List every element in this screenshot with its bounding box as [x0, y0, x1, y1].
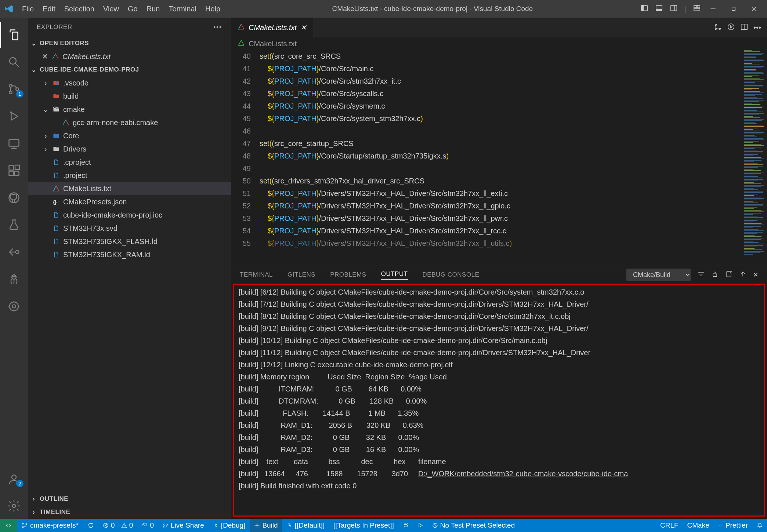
- panel-tab-problems[interactable]: PROBLEMS: [330, 271, 366, 278]
- menu-terminal[interactable]: Terminal: [164, 3, 201, 14]
- maximize-panel-icon[interactable]: [739, 270, 746, 280]
- folder-icon: [52, 145, 60, 153]
- code-editor[interactable]: 40414243444546474849505152535455 set((sr…: [231, 50, 741, 266]
- tree-item[interactable]: {}CMakePresets.json: [28, 195, 231, 208]
- debug-launch-icon[interactable]: [398, 519, 413, 532]
- extensions-view-icon[interactable]: [0, 158, 28, 183]
- github-view-icon[interactable]: [0, 185, 28, 211]
- gitlens-icon[interactable]: [0, 294, 28, 319]
- preset-default-status[interactable]: [[Default]]: [282, 519, 329, 532]
- timeline-section[interactable]: ›TIMELINE: [28, 506, 231, 519]
- pio-icon[interactable]: [0, 266, 28, 292]
- tab-cmakelists[interactable]: CMakeLists.txt ✕: [231, 18, 314, 37]
- panel-left-icon[interactable]: [640, 4, 648, 14]
- tree-item[interactable]: .cproject: [28, 156, 231, 169]
- menu-edit[interactable]: Edit: [38, 3, 59, 14]
- live-share-status[interactable]: Live Share: [158, 519, 209, 532]
- problems-status[interactable]: 0 0: [98, 519, 137, 532]
- tree-item[interactable]: ›Core: [28, 129, 231, 142]
- svg-rect-47: [727, 272, 731, 277]
- remote-explorer-icon[interactable]: [0, 131, 28, 156]
- breadcrumb[interactable]: CMakeLists.txt: [231, 37, 767, 50]
- explorer-view-icon[interactable]: [0, 22, 28, 48]
- tree-item-label: CMakeLists.txt: [63, 185, 111, 193]
- prettier-status[interactable]: Prettier: [714, 519, 752, 532]
- close-icon[interactable]: ✕: [42, 52, 48, 61]
- tree-item[interactable]: STM32H735IGKX_RAM.ld: [28, 248, 231, 261]
- test-view-icon[interactable]: [0, 212, 28, 238]
- panel-bottom-icon[interactable]: [655, 4, 663, 14]
- open-editor-item[interactable]: ✕ CMakeLists.txt: [28, 50, 231, 63]
- language-status[interactable]: CMake: [683, 519, 714, 532]
- minimap[interactable]: [741, 50, 767, 266]
- open-editors-section[interactable]: ⌄OPEN EDITORS: [28, 37, 231, 50]
- menu-view[interactable]: View: [99, 3, 123, 14]
- go-to-changes-icon[interactable]: [714, 23, 722, 33]
- panel-tab-gitlens[interactable]: GITLENS: [287, 271, 315, 278]
- tree-item[interactable]: cube-ide-cmake-demo-proj.ioc: [28, 208, 231, 222]
- minimize-button[interactable]: [705, 3, 721, 15]
- sidebar-title: EXPLORER: [37, 23, 72, 31]
- outline-section[interactable]: ›OUTLINE: [28, 492, 231, 506]
- more-actions-icon[interactable]: •••: [213, 23, 222, 31]
- run-debug-view-icon[interactable]: [0, 103, 28, 129]
- lock-scroll-icon[interactable]: [711, 270, 719, 280]
- tree-item-label: .project: [63, 171, 87, 180]
- sync-status[interactable]: [83, 519, 98, 532]
- panel-tab-terminal[interactable]: TERMINAL: [240, 271, 273, 278]
- panel-tab-debug-console[interactable]: DEBUG CONSOLE: [423, 271, 480, 278]
- svg-rect-22: [9, 166, 14, 170]
- file-icon: [52, 237, 60, 245]
- settings-gear-icon[interactable]: [0, 493, 28, 519]
- remote-indicator[interactable]: [0, 519, 17, 532]
- menu-help[interactable]: Help: [201, 3, 225, 14]
- accounts-icon[interactable]: 2: [0, 466, 28, 492]
- debug-target-status[interactable]: [Debug]: [209, 519, 250, 532]
- menu-selection[interactable]: Selection: [60, 3, 99, 14]
- cmake-icon: [52, 185, 60, 193]
- tree-item[interactable]: STM32H73x.svd: [28, 222, 231, 235]
- output-content[interactable]: [build] [6/12] Building C object CMakeFi…: [233, 284, 765, 517]
- maximize-button[interactable]: [725, 3, 742, 15]
- split-editor-icon[interactable]: [740, 23, 748, 33]
- more-icon[interactable]: •••: [753, 23, 761, 32]
- git-branch-status[interactable]: cmake-presets*: [17, 519, 83, 532]
- menu-file[interactable]: File: [18, 3, 38, 14]
- cmake-icon: [238, 39, 245, 48]
- customize-layout-icon[interactable]: [693, 4, 701, 14]
- tree-item[interactable]: ⌄cmake: [28, 103, 231, 116]
- launch-icon[interactable]: [413, 519, 428, 532]
- menu-go[interactable]: Go: [123, 3, 142, 14]
- tree-item[interactable]: STM32H735IGKX_FLASH.ld: [28, 235, 231, 248]
- close-icon[interactable]: ✕: [300, 23, 307, 32]
- svg-point-63: [256, 525, 258, 526]
- test-preset-status[interactable]: No Test Preset Selected: [428, 519, 519, 532]
- tree-item-label: .vscode: [63, 79, 88, 87]
- close-button[interactable]: [746, 3, 763, 15]
- search-view-icon[interactable]: [0, 49, 28, 75]
- build-status[interactable]: Build: [250, 519, 282, 532]
- project-section[interactable]: ⌄CUBE-IDE-CMAKE-DEMO-PROJ: [28, 63, 231, 76]
- eol-status[interactable]: CRLF: [656, 519, 683, 532]
- close-panel-icon[interactable]: ✕: [753, 271, 758, 279]
- tree-item[interactable]: build: [28, 90, 231, 103]
- tree-item[interactable]: CMakeLists.txt: [28, 182, 231, 195]
- tree-item[interactable]: .project: [28, 169, 231, 182]
- targets-status[interactable]: [[Targets In Preset]]: [329, 519, 398, 532]
- filter-icon[interactable]: [697, 270, 705, 280]
- panel-right-icon[interactable]: [670, 4, 678, 14]
- notifications-icon[interactable]: [752, 519, 767, 532]
- bottom-panel: TERMINALGITLENSPROBLEMSOUTPUTDEBUG CONSO…: [231, 266, 767, 519]
- tree-item[interactable]: ›.vscode: [28, 76, 231, 90]
- json-icon: {}: [52, 198, 60, 206]
- tree-item[interactable]: gcc-arm-none-eabi.cmake: [28, 116, 231, 129]
- panel-tab-output[interactable]: OUTPUT: [381, 270, 408, 280]
- source-control-view-icon[interactable]: 1: [0, 76, 28, 102]
- output-channel-select[interactable]: CMake/Build: [626, 269, 691, 281]
- tree-item[interactable]: ›Drivers: [28, 142, 231, 156]
- menu-run[interactable]: Run: [142, 3, 164, 14]
- clear-output-icon[interactable]: [725, 270, 732, 280]
- live-share-icon[interactable]: [0, 239, 28, 265]
- run-icon[interactable]: [727, 23, 735, 33]
- ports-status[interactable]: 0: [137, 519, 158, 532]
